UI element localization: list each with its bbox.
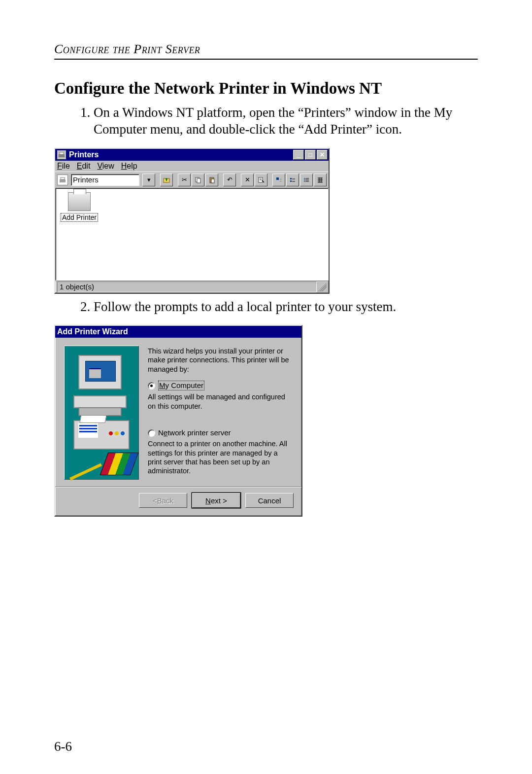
next-button[interactable]: Next > — [192, 493, 240, 508]
cancel-button[interactable]: Cancel — [245, 493, 294, 508]
printers-window: Printers _ □ ✕ FFileile Edit View Help P… — [54, 148, 330, 294]
svg-point-20 — [304, 178, 305, 179]
address-dropdown-icon[interactable]: ▾ — [142, 174, 155, 186]
address-box[interactable]: Printers — [71, 174, 139, 186]
resize-grip-icon[interactable] — [318, 282, 327, 291]
paste-icon[interactable] — [205, 174, 218, 186]
menu-file[interactable]: FFileile — [57, 162, 70, 171]
menu-edit[interactable]: Edit — [77, 162, 91, 171]
toolbar: Printers ▾ ✂ ↶ ✕ –– — [55, 172, 329, 188]
svg-text:–: – — [280, 179, 282, 182]
wizard-intro: This wizard helps you install your print… — [148, 347, 293, 373]
minimize-button[interactable]: _ — [293, 150, 304, 160]
svg-rect-17 — [290, 180, 292, 182]
printer-icon — [68, 192, 91, 211]
menubar: FFileile Edit View Help — [55, 161, 329, 172]
copy-icon[interactable] — [192, 174, 204, 186]
svg-rect-1 — [60, 152, 64, 154]
large-icons-icon[interactable]: –– — [272, 174, 285, 186]
svg-rect-2 — [60, 179, 66, 182]
svg-rect-6 — [197, 178, 200, 183]
wizard-titlebar[interactable]: Add Printer Wizard — [55, 326, 301, 338]
svg-rect-0 — [59, 154, 65, 157]
titlebar[interactable]: Printers _ □ ✕ — [55, 149, 329, 161]
step-1-text: On a Windows NT platform, open the “Prin… — [94, 105, 478, 138]
menu-help[interactable]: Help — [121, 162, 137, 171]
maximize-button[interactable]: □ — [305, 150, 316, 160]
opt1-description: All settings will be managed and configu… — [148, 392, 293, 410]
list-view-icon[interactable] — [300, 174, 313, 186]
printers-title-icon — [57, 150, 66, 159]
wizard-art — [64, 346, 139, 480]
svg-rect-9 — [211, 179, 214, 183]
cut-icon[interactable]: ✂ — [178, 174, 191, 186]
radio-my-computer[interactable]: My Computer — [148, 381, 293, 391]
close-button[interactable]: ✕ — [317, 150, 328, 160]
address-folder-icon — [57, 175, 68, 185]
add-printer-label: Add Printer — [61, 213, 98, 222]
details-view-icon[interactable] — [314, 174, 327, 186]
step-2-text: Follow the prompts to add a local printe… — [94, 299, 478, 316]
radio-selected-icon — [148, 382, 155, 389]
page-number: 6-6 — [54, 739, 72, 754]
header-rule — [54, 59, 478, 60]
client-area[interactable]: Add Printer — [55, 188, 329, 281]
radio-unselected-icon — [148, 429, 155, 437]
status-text: 1 object(s) — [60, 282, 94, 291]
svg-rect-3 — [61, 177, 65, 179]
opt2-description: Connect to a printer on another machine.… — [148, 439, 293, 475]
svg-rect-8 — [211, 177, 213, 178]
window-title: Printers — [69, 150, 99, 159]
svg-point-22 — [304, 181, 305, 182]
section-title: Configure the Network Printer in Windows… — [54, 79, 478, 98]
menu-view[interactable]: View — [97, 162, 114, 171]
undo-icon[interactable]: ↶ — [223, 174, 236, 186]
back-button: < Back — [139, 493, 187, 508]
small-icons-icon[interactable] — [286, 174, 299, 186]
add-printer-wizard: Add Printer Wizard This wizard helps you… — [54, 325, 302, 517]
svg-rect-16 — [290, 178, 292, 179]
radio-network-printer[interactable]: Network printer server — [148, 428, 293, 438]
add-printer-item[interactable]: Add Printer — [60, 192, 99, 222]
address-text: Printers — [73, 176, 99, 184]
properties-icon[interactable] — [255, 174, 267, 186]
status-bar: 1 object(s) — [55, 281, 329, 293]
delete-icon[interactable]: ✕ — [241, 174, 254, 186]
wizard-title: Add Printer Wizard — [57, 327, 128, 336]
up-one-level-icon[interactable] — [160, 174, 173, 186]
svg-point-21 — [304, 179, 305, 180]
page-header: Configure the Print Server — [54, 42, 478, 57]
svg-rect-13 — [276, 177, 279, 180]
